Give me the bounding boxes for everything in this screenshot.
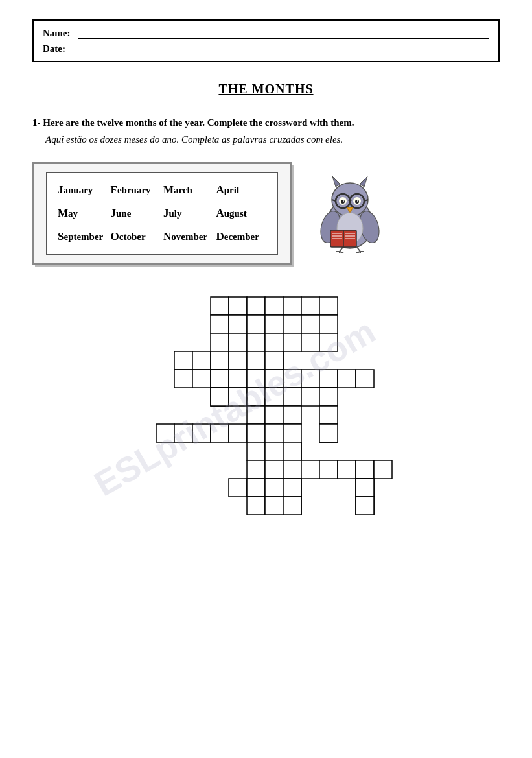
date-label: Date: (43, 43, 78, 54)
month-item-march: March (162, 181, 215, 199)
svg-rect-36 (229, 297, 247, 315)
month-big-letter: J (111, 207, 117, 219)
svg-rect-110 (319, 460, 338, 479)
svg-rect-44 (247, 315, 265, 333)
svg-rect-122 (265, 497, 283, 515)
crossword-area: ESLprintables.com .cell { fill: #fff; st… (32, 284, 500, 530)
months-box: JanuaryFebruaryMarchAprilMayJuneJulyAugu… (32, 162, 292, 265)
month-item-september: September (56, 228, 110, 246)
svg-rect-87 (265, 406, 283, 424)
svg-rect-45 (265, 315, 283, 333)
svg-rect-82 (265, 388, 283, 406)
svg-rect-68 (247, 370, 265, 388)
date-underline (78, 43, 489, 54)
svg-rect-50 (229, 333, 247, 351)
svg-rect-83 (283, 388, 301, 406)
month-big-letter: N (163, 230, 171, 243)
months-inner: JanuaryFebruaryMarchAprilMayJuneJulyAugu… (46, 172, 278, 255)
month-big-letter: M (58, 207, 68, 219)
svg-rect-80 (229, 388, 247, 406)
month-item-october: October (110, 228, 163, 246)
svg-rect-67 (229, 370, 247, 388)
svg-rect-117 (247, 479, 265, 497)
month-big-letter: D (216, 230, 224, 243)
svg-rect-106 (247, 460, 265, 479)
svg-rect-116 (229, 479, 247, 497)
svg-rect-54 (301, 333, 319, 351)
months-grid: JanuaryFebruaryMarchAprilMayJuneJulyAugu… (56, 181, 268, 246)
date-field-line: Date: (43, 43, 489, 54)
owl-illustration (311, 169, 389, 246)
svg-rect-84 (301, 388, 319, 406)
svg-rect-49 (211, 333, 229, 351)
svg-rect-118 (265, 479, 283, 497)
svg-rect-109 (301, 460, 319, 479)
instruction-line1: 1- Here are the twelve months of the yea… (32, 115, 500, 132)
svg-rect-71 (301, 370, 319, 388)
svg-point-12 (355, 200, 359, 204)
svg-rect-107 (265, 460, 283, 479)
svg-rect-51 (247, 333, 265, 351)
month-item-july: July (162, 204, 215, 222)
svg-rect-79 (211, 388, 229, 406)
month-big-letter: J (58, 184, 64, 196)
svg-rect-66 (211, 370, 229, 388)
svg-rect-69 (265, 370, 283, 388)
svg-rect-123 (283, 497, 301, 515)
instruction-line2: Aqui estão os dozes meses do ano. Comple… (45, 132, 500, 148)
month-big-letter: A (216, 207, 224, 219)
name-label: Name: (43, 28, 78, 39)
svg-point-11 (341, 200, 345, 204)
svg-rect-81 (247, 388, 265, 406)
svg-point-14 (357, 200, 358, 202)
page-title: THE MONTHS (32, 82, 500, 97)
svg-rect-40 (301, 297, 319, 315)
svg-rect-72 (319, 370, 338, 388)
svg-rect-37 (247, 297, 265, 315)
svg-rect-86 (247, 406, 265, 424)
month-item-january: January (56, 181, 110, 199)
svg-rect-60 (229, 351, 247, 370)
owl-svg (311, 169, 389, 253)
svg-rect-119 (283, 479, 301, 497)
svg-rect-113 (374, 460, 392, 479)
svg-rect-61 (247, 351, 265, 370)
svg-rect-108 (283, 460, 301, 479)
svg-rect-65 (192, 370, 211, 388)
svg-rect-104 (265, 442, 283, 460)
svg-rect-94 (229, 424, 247, 442)
svg-rect-46 (283, 315, 301, 333)
svg-rect-92 (192, 424, 211, 442)
svg-rect-43 (229, 315, 247, 333)
month-big-letter: S (58, 230, 64, 243)
svg-rect-59 (211, 351, 229, 370)
svg-rect-48 (319, 315, 338, 333)
svg-rect-57 (174, 351, 192, 370)
name-field-line: Name: (43, 27, 489, 39)
svg-rect-105 (283, 442, 301, 460)
month-item-may: May (56, 204, 110, 222)
svg-rect-91 (174, 424, 192, 442)
svg-rect-97 (283, 424, 301, 442)
svg-rect-53 (283, 333, 301, 351)
svg-rect-88 (283, 406, 301, 424)
month-item-february: February (110, 181, 163, 199)
svg-rect-95 (247, 424, 265, 442)
svg-rect-112 (356, 460, 374, 479)
crossword-svg: .cell { fill: #fff; stroke: #000; stroke… (104, 284, 428, 530)
header-box: Name: Date: (32, 19, 500, 62)
month-item-august: August (215, 204, 268, 222)
svg-rect-85 (319, 388, 338, 406)
month-item-april: April (215, 181, 268, 199)
name-underline (78, 27, 489, 39)
month-big-letter: A (216, 184, 224, 196)
svg-marker-3 (360, 176, 367, 187)
month-big-letter: J (163, 207, 169, 219)
svg-rect-42 (211, 315, 229, 333)
svg-rect-55 (319, 333, 338, 351)
svg-rect-35 (211, 297, 229, 315)
svg-rect-111 (338, 460, 356, 479)
svg-rect-47 (301, 315, 319, 333)
month-item-november: November (162, 228, 215, 246)
svg-rect-58 (192, 351, 211, 370)
